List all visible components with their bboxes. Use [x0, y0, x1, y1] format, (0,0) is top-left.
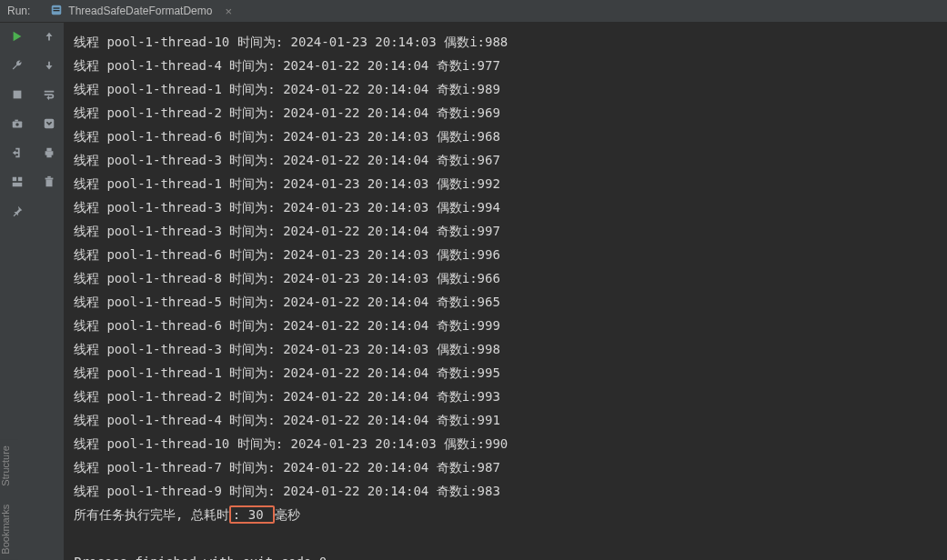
svg-rect-16: [45, 178, 54, 180]
console-line: 线程 pool-1-thread-10 时间为: 2024-01-23 20:1…: [74, 30, 947, 54]
summary-line: 所有任务执行完毕, 总耗时: 30 毫秒: [74, 503, 947, 526]
layout-icon[interactable]: [9, 174, 25, 190]
rerun-icon[interactable]: [9, 28, 25, 45]
console-line: 线程 pool-1-thread-3 时间为: 2024-01-23 20:14…: [74, 337, 947, 361]
bookmarks-tab[interactable]: Bookmarks: [0, 505, 18, 555]
exit-line: Process finished with exit code 0: [74, 550, 947, 560]
console-line: 线程 pool-1-thread-8 时间为: 2024-01-23 20:14…: [74, 266, 947, 290]
console-line: 线程 pool-1-thread-9 时间为: 2024-01-22 20:14…: [74, 479, 947, 503]
structure-tab[interactable]: Structure: [0, 445, 18, 486]
up-arrow-icon[interactable]: [41, 28, 57, 45]
svg-rect-8: [13, 177, 16, 181]
left-sidebar-tabs: Bookmarks Structure: [0, 440, 18, 560]
svg-rect-15: [46, 179, 53, 186]
console-line: 线程 pool-1-thread-6 时间为: 2024-01-22 20:14…: [74, 314, 947, 337]
run-label: Run:: [7, 5, 30, 17]
wrap-icon[interactable]: [41, 86, 57, 103]
svg-rect-7: [15, 120, 18, 122]
svg-rect-14: [46, 155, 51, 158]
svg-point-6: [15, 123, 19, 126]
console-line: 线程 pool-1-thread-7 时间为: 2024-01-22 20:14…: [74, 455, 947, 479]
svg-rect-1: [54, 7, 60, 8]
camera-icon[interactable]: [9, 115, 25, 132]
console-line: 线程 pool-1-thread-1 时间为: 2024-01-22 20:14…: [74, 77, 947, 101]
trash-icon[interactable]: [41, 174, 57, 190]
svg-rect-4: [14, 91, 22, 99]
console-line: 线程 pool-1-thread-4 时间为: 2024-01-22 20:14…: [74, 408, 947, 432]
console-line: 线程 pool-1-thread-3 时间为: 2024-01-22 20:14…: [74, 219, 947, 243]
stop-icon[interactable]: [9, 86, 25, 103]
pin-icon[interactable]: [9, 203, 25, 219]
down-arrow-icon[interactable]: [41, 57, 57, 74]
run-tool-header: Run: ThreadSafeDateFormatDemo ×: [0, 0, 947, 23]
console-output[interactable]: 线程 pool-1-thread-10 时间为: 2024-01-23 20:1…: [65, 23, 947, 560]
tab-title: ThreadSafeDateFormatDemo: [68, 5, 212, 17]
console-line: 线程 pool-1-thread-4 时间为: 2024-01-22 20:14…: [74, 54, 947, 77]
close-icon[interactable]: ×: [225, 5, 232, 18]
run-gutter-inner: [35, 23, 65, 560]
exit-icon[interactable]: [9, 145, 25, 161]
svg-rect-10: [13, 183, 23, 186]
print-icon[interactable]: [41, 145, 57, 161]
console-line: 线程 pool-1-thread-1 时间为: 2024-01-22 20:14…: [74, 361, 947, 385]
wrench-icon[interactable]: [9, 57, 25, 74]
run-tab[interactable]: ThreadSafeDateFormatDemo ×: [41, 0, 241, 22]
console-line: 线程 pool-1-thread-3 时间为: 2024-01-22 20:14…: [74, 148, 947, 172]
console-line: 线程 pool-1-thread-10 时间为: 2024-01-23 20:1…: [74, 432, 947, 455]
console-line: 线程 pool-1-thread-5 时间为: 2024-01-22 20:14…: [74, 290, 947, 314]
svg-rect-9: [18, 177, 22, 181]
svg-marker-3: [14, 32, 22, 42]
svg-rect-2: [54, 10, 60, 11]
svg-rect-17: [47, 176, 51, 178]
console-line: 线程 pool-1-thread-2 时间为: 2024-01-22 20:14…: [74, 385, 947, 408]
console-line: 线程 pool-1-thread-1 时间为: 2024-01-23 20:14…: [74, 172, 947, 195]
scroll-to-end-icon[interactable]: [41, 115, 57, 132]
console-line: 线程 pool-1-thread-6 时间为: 2024-01-23 20:14…: [74, 243, 947, 266]
file-icon: [50, 4, 63, 19]
svg-rect-13: [46, 148, 51, 152]
console-line: 线程 pool-1-thread-6 时间为: 2024-01-23 20:14…: [74, 125, 947, 148]
console-line: 线程 pool-1-thread-3 时间为: 2024-01-23 20:14…: [74, 195, 947, 219]
console-line: 线程 pool-1-thread-2 时间为: 2024-01-22 20:14…: [74, 101, 947, 125]
